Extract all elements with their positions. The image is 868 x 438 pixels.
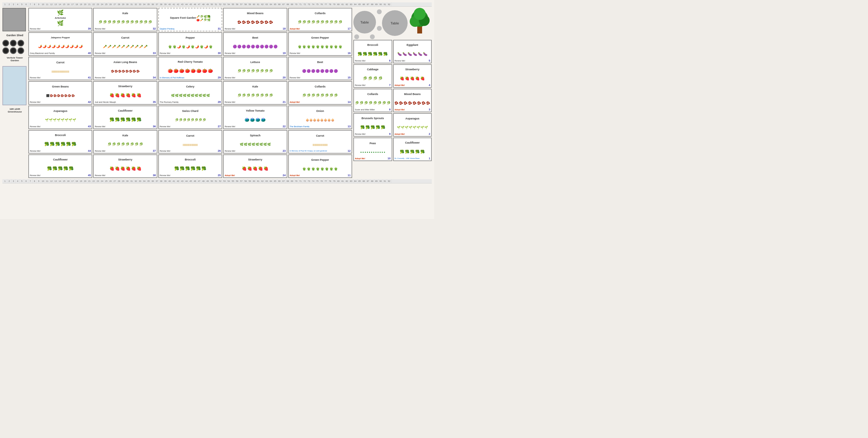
- plot-1-owner: Dr. Connelly · UNF Home Base: [395, 157, 420, 159]
- plot-18-number: 18: [283, 27, 286, 30]
- plot-11-footer: Adopt Me! 11: [289, 173, 351, 177]
- shed-label: Garden Shed: [2, 34, 27, 37]
- small-circle-4: [370, 34, 375, 39]
- wheel2: [10, 40, 17, 47]
- content-area: Garden Shed Verticle Tower Garden 16ft x…: [2, 8, 432, 178]
- plot-30-footer: Renew Me! 30: [159, 51, 222, 55]
- plot-8-owner: Susie and Mike Miller: [355, 109, 375, 111]
- plot-9-owner: Renew Me!: [355, 133, 365, 135]
- plot-24: Strawberry 🍓🍓🍓 🍓🍓 Adopt Me! 24: [223, 154, 287, 178]
- plot-15-footer: Renew Me! 15: [289, 76, 351, 80]
- plot-41-number: 41: [88, 76, 91, 79]
- plot-29-owner: In Memory of Pat Hoffman: [160, 77, 185, 79]
- plot-3-number: 3: [429, 108, 430, 111]
- plot-25-number: 25: [218, 174, 221, 177]
- tower-wheels: [2, 40, 27, 54]
- plot-2-owner: Adopt Me!: [395, 133, 405, 135]
- plot-1-footer: Dr. Connelly · UNF Home Base 1: [394, 156, 431, 160]
- plot-15-owner: Renew Me!: [290, 77, 300, 79]
- plot-2-footer: Adopt Me! 2: [394, 132, 431, 136]
- plot-4-footer: Adopt Me! 4: [394, 83, 431, 87]
- plot-28-footer: The Rumsey Family 28: [159, 100, 222, 104]
- plot-2-number: 2: [429, 133, 430, 136]
- plot-13-owner: The Beckham Family: [290, 125, 310, 127]
- plot-35-footer: Jud and Nicole Waugh 35: [94, 100, 156, 104]
- plot-8-footer: Susie and Mike Miller 8: [354, 107, 392, 112]
- plot-24-number: 24: [283, 174, 286, 177]
- plot-26: Carrot |||||||||||||||||||||||| Renew Me…: [158, 130, 222, 153]
- plot-33: Carrot 🥕🥕🥕🥕🥕 🥕🥕🥕🥕🥕 Renew Me! 33: [93, 32, 157, 56]
- plot-23-footer: Renew Me! 23: [224, 149, 286, 153]
- plot-6-number: 6: [389, 59, 391, 62]
- plot-5-footer: Renew Me! 5: [394, 59, 431, 63]
- greenhouse-label: 16ft x24ft Greenhouse: [2, 108, 27, 113]
- plot-19-number: 19: [283, 52, 286, 55]
- plot-8: Collards 🥬🥬🥬🥬 🥬🥬🥬🥬 Susie and Mike Miller…: [353, 89, 392, 112]
- plot-9-number: 9: [389, 133, 391, 136]
- plot-42: Green Beans ⬛🫘🫘🫘 🫘🫘🫘🫘 Renew Me! 42: [28, 81, 92, 105]
- plot-8-number: 8: [389, 108, 391, 111]
- plot-31: Square Foot Garden 🥕🥬🌿🥦 🍅🥕🥬🌿 Dagher Prin…: [158, 8, 222, 31]
- plot-32: Kale 🥬🥬🥬🥬🥬🥬 🥬🥬🥬🥬🥬🥬 Renew Me! 32: [93, 8, 157, 31]
- plot-31-footer: Dagher Printing 31: [159, 27, 222, 31]
- plot-42-footer: Renew Me! 42: [29, 100, 92, 104]
- plot-37-footer: Renew Me! 37: [94, 149, 156, 153]
- plot-40-footer: Greg Blackmer and Family 40: [29, 51, 92, 55]
- ruler-top: 12345 678910 1112131415 1617181920 21222…: [2, 2, 432, 7]
- left-sidebar: Garden Shed Verticle Tower Garden 16ft x…: [2, 8, 27, 178]
- plot-16-owner: Renew Me!: [290, 52, 300, 54]
- plot-24-footer: Adopt Me! 24: [224, 173, 286, 177]
- tree-svg: [408, 8, 432, 35]
- plot-21-owner: Renew Me!: [225, 101, 235, 103]
- plot-21: Kale 🥬🥬🥬🥬 🥬🥬🥬🥬 Renew Me! 21: [223, 81, 287, 105]
- plot-4: Strawberry 🍓🍓🍓 🍓🍓 Adopt Me! 4: [393, 64, 432, 88]
- plot-26-number: 26: [218, 149, 221, 152]
- plot-36-number: 36: [153, 125, 156, 128]
- plot-29: Red Cherry Tomato 🍅🍅🍅 🍅🍅🍅 🍅🍅 In Memory o…: [158, 57, 222, 80]
- plot-34-owner: Renew Me!: [95, 77, 105, 79]
- plot-30: Pepper 🫑🫑🌶️🫑🌶️ 🫑🌶️🫑🌶️🫑 Renew Me! 30: [158, 32, 222, 56]
- plot-23-number: 23: [283, 149, 286, 152]
- plot-27: Swiss Chard 🥬🥬🥬🥬 🥬🥬🥬🥬 Renew Me! 27: [158, 106, 222, 129]
- row-6: Broccoli 🥦🥦🥦 🥦🥦🥦 Renew Me! 44 Kale: [28, 130, 352, 153]
- plot-21-number: 21: [283, 100, 286, 104]
- plot-39-number: 39: [88, 27, 91, 30]
- plot-14-footer: Adopt Me! 14: [289, 100, 351, 104]
- plot-14-number: 14: [348, 100, 351, 104]
- plot-22: Yellow Tomato 🍅 🍅 🍅 🍅 Renew Me! 22: [223, 106, 287, 129]
- plot-29-footer: In Memory of Pat Hoffman 29: [159, 76, 222, 80]
- plot-43-number: 43: [88, 125, 91, 128]
- greenhouse-box: [2, 66, 27, 105]
- plot-3-footer: Adopt Me! 3: [394, 107, 431, 112]
- plot-38: Strawberry 🍓🍓🍓 🍓🍓🍓 Renew Me! 38: [93, 154, 157, 178]
- right-row-1: Broccoli 🥦🥦🥦 🥦🥦🥦 Renew Me! 6 Eggplant: [353, 40, 432, 63]
- plot-13: Onion 🧅🧅🧅🧅 🧅🧅🧅🧅 The Beckham Family 13: [288, 106, 352, 129]
- plot-20-footer: Renew Me! 20: [224, 76, 286, 80]
- small-circle-3: [354, 34, 359, 39]
- row-7: Cauliflower 🥦🥦🥦 🥦🥦 Renew Me! 45 Strawber…: [28, 154, 352, 178]
- small-circle-2: [377, 26, 382, 31]
- plot-45-number: 45: [88, 174, 91, 177]
- plot-31-owner: Dagher Printing: [160, 28, 175, 30]
- plot-21-footer: Renew Me! 21: [224, 100, 286, 104]
- plot-38-number: 38: [153, 174, 156, 177]
- plot-12-footer: In Memory of Paul W. Knapp, an avid gard…: [289, 149, 351, 153]
- tower-label: Verticle Tower Garden: [2, 56, 27, 62]
- plot-43-owner: Renew Me!: [30, 125, 40, 127]
- plot-3: Mixed Beans 🫘🫘🫘🫘 🫘🫘🫘🫘 Adopt Me! 3: [393, 89, 432, 112]
- plot-22-owner: Renew Me!: [225, 125, 235, 127]
- plot-5: Eggplant 🍆🍆🍆 🍆🍆🍆 Renew Me! 5: [393, 40, 432, 63]
- plot-4-owner: Adopt Me!: [395, 84, 405, 86]
- plot-37: Kale 🥬🥬🥬🥬 🥬🥬🥬🥬 Renew Me! 37: [93, 130, 157, 153]
- wheel4: [2, 47, 9, 54]
- plot-42-owner: Renew Me!: [30, 101, 40, 103]
- plot-15-number: 15: [348, 76, 351, 79]
- plot-19-owner: Renew Me!: [225, 52, 235, 54]
- garden-shed-box: [2, 8, 26, 31]
- plot-45-owner: Renew Me!: [30, 174, 40, 176]
- plot-44-owner: Renew Me!: [30, 150, 40, 152]
- plot-18-owner: Renew Me!: [225, 28, 235, 30]
- plot-9: Brussels Sprouts 🥦🥦🥦 🥦🥦 Renew Me! 9: [353, 113, 392, 137]
- plot-45-footer: Renew Me! 45: [29, 173, 92, 177]
- plot-34-footer: Renew Me! 34: [94, 76, 156, 80]
